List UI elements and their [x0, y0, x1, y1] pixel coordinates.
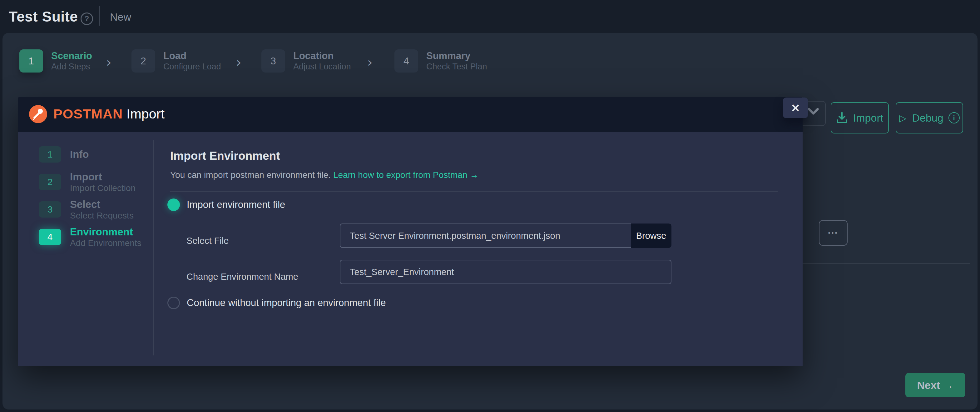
step-title: Summary	[426, 50, 487, 62]
sidebar-divider	[153, 140, 154, 355]
step-number-badge: 4	[395, 50, 418, 72]
debug-button[interactable]: ▷ Debug i	[896, 102, 963, 134]
modal-step-import[interactable]: 2 Import Import Collection	[39, 171, 151, 193]
breadcrumb-new: New	[110, 11, 131, 23]
content-divider	[170, 191, 778, 192]
modal-step-select[interactable]: 3 Select Select Requests	[39, 198, 151, 221]
step-title: Scenario	[51, 50, 92, 62]
step-subtitle: Configure Load	[163, 62, 221, 72]
modal-step-subtitle: Select Requests	[70, 210, 134, 221]
step-title: Load	[163, 50, 221, 62]
modal-step-title: Environment	[70, 226, 142, 238]
radio-skip-label: Continue without importing an environmen…	[187, 297, 386, 308]
more-options-button[interactable]: •••	[819, 220, 848, 246]
close-icon[interactable]: ×	[783, 97, 808, 118]
modal-description: You can import postman environment file.…	[170, 170, 479, 180]
download-icon	[836, 112, 848, 124]
section-divider	[803, 263, 970, 264]
top-header: Test Suite ? New	[0, 0, 980, 33]
radio-import-environment[interactable]: Import environment file	[167, 198, 285, 211]
browse-button[interactable]: Browse	[631, 224, 671, 248]
env-name-input[interactable]	[340, 260, 671, 284]
modal-step-badge: 1	[39, 146, 61, 163]
export-help-link[interactable]: Learn how to export from Postman →	[333, 170, 479, 180]
modal-body: 1 Info 2 Import Import Collection 3 Sele…	[18, 132, 803, 366]
step-title: Location	[293, 50, 351, 62]
file-input[interactable]	[340, 224, 671, 248]
wizard-step-bar: 1 Scenario Add Steps › 2 Load Configure …	[3, 33, 977, 83]
modal-brand: POSTMAN	[53, 106, 123, 121]
chevron-right-icon: ›	[367, 55, 372, 70]
modal-step-subtitle: Import Collection	[70, 183, 135, 193]
wizard-step-summary[interactable]: 4 Summary Check Test Plan	[395, 50, 487, 72]
modal-step-environment[interactable]: 4 Environment Add Environments	[39, 226, 151, 248]
modal-step-badge: 4	[39, 229, 61, 245]
step-subtitle: Adjust Location	[293, 62, 351, 72]
modal-step-subtitle: Add Environments	[70, 238, 142, 248]
browse-button-label: Browse	[636, 231, 667, 241]
app-screen: Test Suite ? New 1 Scenario Add Steps › …	[0, 0, 980, 412]
modal-heading: Import Environment	[170, 149, 280, 163]
postman-import-modal: POSTMAN Import × 1 Info 2 Import Import …	[18, 97, 803, 366]
postman-logo-icon	[29, 105, 47, 123]
modal-step-title: Info	[70, 149, 89, 160]
radio-skip-environment[interactable]: Continue without importing an environmen…	[167, 297, 386, 309]
modal-title: Import	[126, 106, 165, 121]
debug-button-label: Debug	[912, 112, 943, 124]
step-number-badge: 3	[261, 50, 285, 72]
modal-step-info[interactable]: 1 Info	[39, 143, 151, 166]
description-text: You can import postman environment file.	[170, 170, 333, 180]
radio-import-label: Import environment file	[187, 199, 285, 210]
info-icon: i	[948, 112, 960, 123]
modal-step-title: Select	[70, 198, 134, 210]
chevron-right-icon: ›	[236, 55, 242, 70]
wizard-step-scenario[interactable]: 1 Scenario Add Steps	[19, 50, 92, 72]
wizard-step-location[interactable]: 3 Location Adjust Location	[261, 50, 351, 72]
env-name-label: Change Environment Name	[186, 271, 298, 282]
import-button[interactable]: Import	[831, 102, 889, 134]
play-icon: ▷	[899, 113, 906, 123]
radio-unselected-icon[interactable]	[167, 297, 180, 309]
wizard-step-load[interactable]: 2 Load Configure Load	[132, 50, 221, 72]
modal-step-badge: 2	[39, 174, 61, 190]
next-button-label: Next →	[917, 379, 953, 391]
ellipsis-icon: •••	[828, 230, 838, 236]
header-divider	[99, 6, 100, 26]
chevron-right-icon: ›	[106, 55, 111, 70]
modal-step-title: Import	[70, 171, 135, 183]
import-button-label: Import	[853, 112, 883, 124]
step-subtitle: Check Test Plan	[426, 62, 487, 72]
help-icon[interactable]: ?	[81, 13, 93, 25]
step-number-badge: 1	[19, 50, 43, 72]
modal-header: POSTMAN Import ×	[18, 97, 803, 132]
select-file-label: Select File	[186, 236, 229, 246]
modal-step-badge: 3	[39, 201, 61, 217]
radio-selected-icon[interactable]	[167, 198, 180, 211]
step-number-badge: 2	[132, 50, 155, 72]
page-title: Test Suite	[9, 8, 78, 25]
step-subtitle: Add Steps	[51, 62, 92, 72]
chevron-down-icon	[807, 107, 819, 117]
next-button[interactable]: Next →	[905, 373, 965, 397]
